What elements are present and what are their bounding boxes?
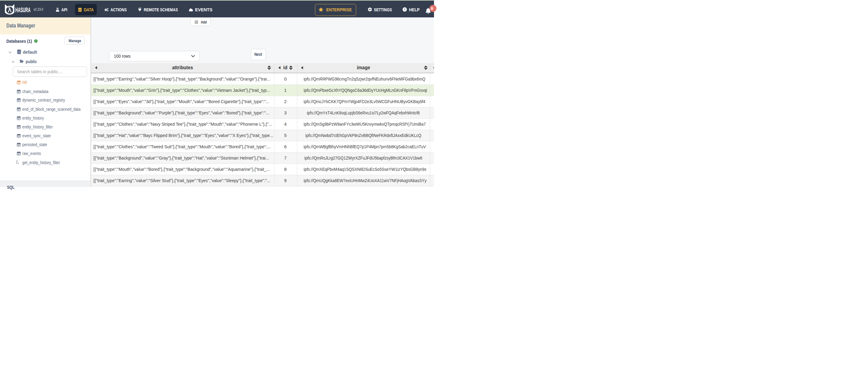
svg-text:?: ?	[404, 8, 406, 11]
